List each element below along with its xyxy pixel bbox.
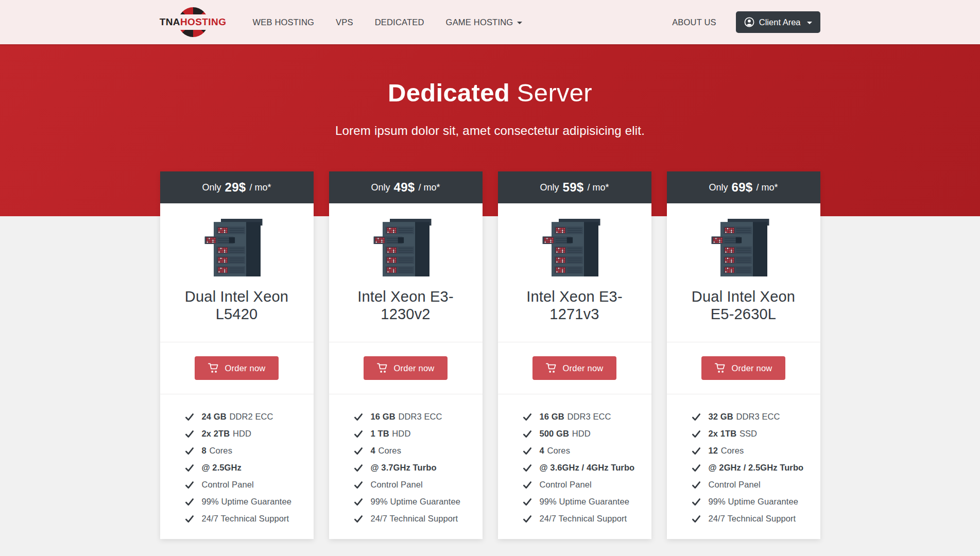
spec-list: 32 GB DDR3 ECC2x 1TB SSD12 Cores@ 2GHz /… <box>667 394 820 539</box>
spec-item: 24/7 Technical Support <box>185 514 303 524</box>
spec-text: 12 Cores <box>709 446 744 456</box>
spec-text: 99% Uptime Guarantee <box>540 497 629 507</box>
brand-wordmark: TNAHOSTING <box>158 15 228 29</box>
spec-text: @ 3.7GHz Turbo <box>371 463 437 473</box>
spec-text: 16 GB DDR3 ECC <box>540 412 611 422</box>
check-icon <box>354 497 363 507</box>
price-banner: Only 29$ / mo* <box>160 171 314 203</box>
check-icon <box>185 412 194 422</box>
spec-item: 24 GB DDR2 ECC <box>185 412 303 422</box>
order-now-button[interactable]: Order now <box>701 356 786 380</box>
check-icon <box>354 514 363 524</box>
check-icon <box>692 480 701 490</box>
server-illustration <box>160 203 314 276</box>
server-name: Dual Intel Xeon L5420 <box>175 288 299 323</box>
nav-link-web-hosting[interactable]: WEB HOSTING <box>253 18 315 27</box>
spec-text: 2x 2TB HDD <box>202 429 251 439</box>
page-title: Dedicated Server <box>0 44 980 107</box>
brand-text-dark: TNA <box>160 16 180 27</box>
card-body: Intel Xeon E3-1271v3 Order now 16 GB DDR… <box>498 203 651 539</box>
spec-text: 2x 1TB SSD <box>709 429 758 439</box>
check-icon <box>523 514 532 524</box>
spec-item: @ 2GHz / 2.5GHz Turbo <box>692 463 810 473</box>
client-area-button[interactable]: Client Area <box>736 11 820 33</box>
cart-icon <box>377 363 388 373</box>
spec-item: 24/7 Technical Support <box>692 514 810 524</box>
order-now-button[interactable]: Order now <box>195 356 279 380</box>
spec-item: 16 GB DDR3 ECC <box>354 412 472 422</box>
user-icon <box>744 17 754 27</box>
spec-item: @ 2.5GHz <box>185 463 303 473</box>
spec-item: 24/7 Technical Support <box>523 514 641 524</box>
card-body: Intel Xeon E3-1230v2 Order now 16 GB DDR… <box>329 203 483 539</box>
order-now-button[interactable]: Order now <box>364 356 448 380</box>
nav-right-group: ABOUT US Client Area <box>672 11 820 33</box>
check-icon <box>692 446 701 456</box>
price-amount: 69$ <box>732 180 753 195</box>
spec-text: 24/7 Technical Support <box>371 514 458 524</box>
server-name: Intel Xeon E3-1230v2 <box>343 288 468 323</box>
spec-text: Control Panel <box>709 480 761 490</box>
check-icon <box>692 412 701 422</box>
check-icon <box>185 497 194 507</box>
check-icon <box>523 463 532 473</box>
nav-link-about-us[interactable]: ABOUT US <box>672 18 716 27</box>
brand-logo[interactable]: TNAHOSTING <box>160 4 226 40</box>
price-prefix: Only <box>709 182 728 193</box>
spec-text: 32 GB DDR3 ECC <box>709 412 780 422</box>
brand-text-red: HOSTING <box>180 16 226 27</box>
spec-item: 4 Cores <box>354 446 472 456</box>
check-icon <box>692 463 701 473</box>
check-icon <box>523 446 532 456</box>
spec-text: 16 GB DDR3 ECC <box>371 412 442 422</box>
nav-link-vps[interactable]: VPS <box>336 18 353 27</box>
spec-text: Control Panel <box>371 480 423 490</box>
pricing-card-1: Only 29$ / mo* Dual Intel Xeon L5420 Ord… <box>160 171 314 539</box>
spec-item: 2x 2TB HDD <box>185 429 303 439</box>
spec-text: 1 TB HDD <box>371 429 411 439</box>
nav-link-dedicated[interactable]: DEDICATED <box>375 18 424 27</box>
card-body: Dual Intel Xeon L5420 Order now 24 GB DD… <box>160 203 314 539</box>
spec-text: @ 2GHz / 2.5GHz Turbo <box>709 463 804 473</box>
spec-item: 12 Cores <box>692 446 810 456</box>
order-now-button[interactable]: Order now <box>532 356 617 380</box>
spec-text: Control Panel <box>202 480 254 490</box>
spec-list: 16 GB DDR3 ECC1 TB HDD4 Cores@ 3.7GHz Tu… <box>329 394 483 539</box>
server-illustration <box>329 203 483 276</box>
spec-item: 2x 1TB SSD <box>692 429 810 439</box>
spec-item: @ 3.6GHz / 4GHz Turbo <box>523 463 641 473</box>
card-body: Dual Intel Xeon E5-2630L Order now 32 GB… <box>667 203 820 539</box>
check-icon <box>354 463 363 473</box>
check-icon <box>185 446 194 456</box>
spec-list: 24 GB DDR2 ECC2x 2TB HDD8 Cores@ 2.5GHzC… <box>160 394 314 539</box>
server-name: Intel Xeon E3-1271v3 <box>512 288 637 323</box>
check-icon <box>523 412 532 422</box>
cart-icon <box>208 363 219 373</box>
page-subtitle: Lorem ipsum dolor sit, amet consectetur … <box>0 124 980 138</box>
spec-text: 8 Cores <box>202 446 232 456</box>
price-banner: Only 59$ / mo* <box>498 171 651 203</box>
chevron-down-icon <box>807 22 812 24</box>
page-title-bold: Dedicated <box>388 79 510 107</box>
order-now-label: Order now <box>394 363 435 373</box>
spec-item: 8 Cores <box>185 446 303 456</box>
spec-list: 16 GB DDR3 ECC500 GB HDD4 Cores@ 3.6GHz … <box>498 394 651 539</box>
check-icon <box>354 429 363 439</box>
page-title-light: Server <box>517 79 592 107</box>
navbar: TNAHOSTING WEB HOSTING VPS DEDICATED GAM… <box>0 0 980 44</box>
nav-link-game-hosting[interactable]: GAME HOSTING <box>446 18 523 27</box>
main-nav: WEB HOSTING VPS DEDICATED GAME HOSTING <box>253 18 523 27</box>
price-banner: Only 69$ / mo* <box>667 171 820 203</box>
price-banner: Only 49$ / mo* <box>329 171 483 203</box>
spec-text: 500 GB HDD <box>540 429 591 439</box>
spec-text: 99% Uptime Guarantee <box>709 497 798 507</box>
price-period: / mo* <box>249 182 271 193</box>
price-period: / mo* <box>418 182 440 193</box>
check-icon <box>185 480 194 490</box>
spec-item: Control Panel <box>185 480 303 490</box>
price-prefix: Only <box>371 182 390 193</box>
cart-icon <box>546 363 557 373</box>
spec-text: @ 3.6GHz / 4GHz Turbo <box>540 463 635 473</box>
spec-item: 99% Uptime Guarantee <box>354 497 472 507</box>
cart-icon <box>715 363 726 373</box>
